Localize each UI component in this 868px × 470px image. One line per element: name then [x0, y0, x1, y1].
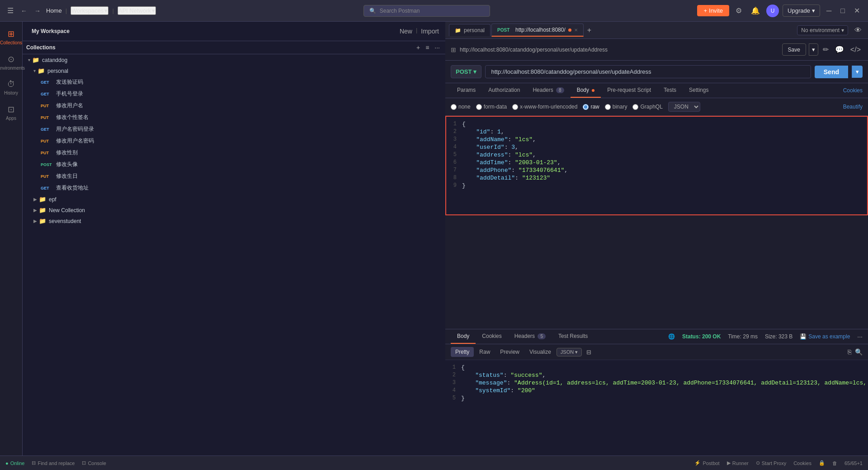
- filter-icon[interactable]: ⊟: [586, 349, 591, 356]
- new-tab-button[interactable]: +: [585, 25, 594, 35]
- console-button[interactable]: ⊡ Console: [82, 460, 106, 466]
- response-more-button[interactable]: ···: [857, 333, 863, 340]
- folder-personal[interactable]: ▾ 📁 personal: [24, 66, 443, 76]
- tab-pre-request[interactable]: Pre-request Script: [601, 83, 657, 98]
- cookies-button[interactable]: Cookies: [793, 461, 811, 466]
- notifications-button[interactable]: 🔔: [748, 5, 763, 17]
- sidebar-item-environments[interactable]: ⊙ Environments: [1, 51, 22, 74]
- invite-button[interactable]: + Invite: [697, 5, 729, 16]
- beautify-button[interactable]: Beautify: [843, 104, 863, 110]
- search-response-button[interactable]: 🔍: [855, 348, 863, 356]
- start-proxy-button[interactable]: ⊙ Start Proxy: [756, 460, 786, 466]
- json-format-badge[interactable]: JSON ▾: [557, 348, 582, 356]
- tab-headers[interactable]: Headers 8: [526, 83, 570, 98]
- tab-personal[interactable]: 📁 personal: [449, 24, 491, 36]
- request-body-code[interactable]: 1{2 "id": 1,3 "addName": "lcs",4 "userId…: [445, 116, 868, 215]
- find-replace-button[interactable]: ⊟ Find and replace: [32, 460, 75, 466]
- edit-button[interactable]: ✏: [821, 43, 830, 56]
- request-item[interactable]: GET 手机号登录: [24, 88, 443, 100]
- tab-body[interactable]: Body: [571, 83, 601, 98]
- send-button[interactable]: Send: [815, 66, 848, 78]
- body-option-graphql[interactable]: GraphQL: [632, 104, 662, 110]
- filter-button[interactable]: ≡: [424, 43, 431, 52]
- request-item[interactable]: PUT 修改个性签名: [24, 112, 443, 123]
- folder-sevenstudent[interactable]: ▶ 📁 sevenstudent: [24, 216, 443, 226]
- forward-button[interactable]: →: [33, 5, 42, 16]
- more-options-button[interactable]: ···: [433, 43, 442, 52]
- code-button[interactable]: </>: [849, 43, 863, 56]
- request-item[interactable]: GET 发送验证码: [24, 76, 443, 88]
- url-input[interactable]: [485, 65, 811, 78]
- response-body-code[interactable]: 1{2 "status": "success",3 "message": "Ad…: [445, 360, 868, 456]
- resp-tab-headers[interactable]: Headers 5: [508, 329, 552, 344]
- topbar: ☰ ← → Home | Workspaces ▾ | API Network …: [0, 0, 868, 22]
- vault-button[interactable]: 🔒: [819, 460, 825, 466]
- resp-format-raw[interactable]: Raw: [475, 347, 495, 357]
- tab-authorization[interactable]: Authorization: [482, 83, 526, 98]
- tab-request[interactable]: POST http://localhost:8080/ ✕: [491, 24, 584, 37]
- request-item[interactable]: GET 查看收货地址: [24, 182, 443, 194]
- collection-catanddog[interactable]: ▾ 📁 catanddog: [24, 55, 443, 65]
- resp-format-pretty[interactable]: Pretty: [451, 347, 474, 357]
- line-number: 4: [446, 144, 462, 150]
- workspace-name: My Workspace: [32, 28, 70, 34]
- folder-epf[interactable]: ▶ 📁 epf: [24, 194, 443, 204]
- maximize-button[interactable]: □: [838, 5, 848, 17]
- add-collection-button[interactable]: +: [415, 43, 422, 52]
- resp-format-preview[interactable]: Preview: [495, 347, 524, 357]
- sidebar-item-collections[interactable]: ⊞ Collections: [1, 25, 22, 49]
- request-item[interactable]: GET 用户名密码登录: [24, 123, 443, 135]
- runner-button[interactable]: ▶ Runner: [727, 460, 749, 466]
- search-bar[interactable]: 🔍 Search Postman: [363, 5, 490, 17]
- method-selector[interactable]: POST ▾: [451, 65, 481, 78]
- import-button[interactable]: Import: [419, 27, 441, 36]
- request-item[interactable]: PUT 修改用户名密码: [24, 135, 443, 147]
- body-format-selector[interactable]: JSON: [668, 102, 700, 112]
- minimize-button[interactable]: ─: [824, 5, 834, 17]
- resp-tab-cookies[interactable]: Cookies: [476, 329, 508, 344]
- body-option-binary[interactable]: binary: [605, 104, 627, 110]
- api-network-button[interactable]: API Network ▾: [118, 6, 156, 15]
- settings-button[interactable]: ⚙: [733, 5, 745, 17]
- save-dropdown-button[interactable]: ▾: [809, 43, 818, 56]
- save-button[interactable]: Save: [782, 43, 806, 56]
- close-tab-button[interactable]: ✕: [574, 28, 578, 33]
- home-link[interactable]: Home: [46, 7, 62, 14]
- request-body-editor: 1{2 "id": 1,3 "addName": "lcs",4 "userId…: [445, 116, 868, 215]
- menu-icon[interactable]: ☰: [5, 5, 15, 17]
- send-dropdown-button[interactable]: ▾: [852, 66, 863, 78]
- comment-button[interactable]: 💬: [833, 43, 846, 56]
- body-option-none[interactable]: none: [451, 104, 471, 110]
- postbot-button[interactable]: ⚡ Postbot: [694, 460, 719, 466]
- resp-tab-test-results[interactable]: Test Results: [552, 329, 594, 344]
- resp-headers-badge: 5: [538, 333, 546, 339]
- sidebar-item-apps[interactable]: ⊡ Apps: [1, 101, 22, 124]
- tab-tests[interactable]: Tests: [657, 83, 683, 98]
- workspaces-button[interactable]: Workspaces ▾: [71, 6, 108, 15]
- request-item[interactable]: PUT 修改用户名: [24, 100, 443, 111]
- body-option-raw[interactable]: raw: [583, 104, 599, 110]
- request-item[interactable]: PUT 修改性别: [24, 147, 443, 158]
- body-option-urlencoded[interactable]: x-www-form-urlencoded: [512, 104, 577, 110]
- folder-new-collection[interactable]: ▶ 📁 New Collection: [24, 205, 443, 215]
- eye-button[interactable]: 👁: [852, 24, 864, 36]
- line-content: "message": "Address(id=1, address=lcs, a…: [461, 380, 868, 386]
- save-example-button[interactable]: 💾 Save as example: [800, 333, 850, 340]
- resp-tab-body[interactable]: Body: [451, 329, 476, 344]
- upgrade-button[interactable]: Upgrade ▾: [783, 5, 820, 17]
- tab-params[interactable]: Params: [451, 83, 482, 98]
- environment-selector[interactable]: No environment ▾: [797, 25, 848, 35]
- cookies-link[interactable]: Cookies: [843, 87, 863, 94]
- close-button[interactable]: ✕: [851, 5, 863, 17]
- tab-settings[interactable]: Settings: [683, 83, 715, 98]
- new-button[interactable]: New: [398, 27, 414, 36]
- resp-format-visualize[interactable]: Visualize: [525, 347, 556, 357]
- sidebar-item-history[interactable]: ⏱ History: [1, 76, 22, 99]
- copy-response-button[interactable]: ⎘: [848, 348, 851, 356]
- request-item[interactable]: POST 修改头像: [24, 159, 443, 170]
- code-line: 5 "address": "lcs",: [446, 151, 867, 159]
- request-item[interactable]: PUT 修改生日: [24, 171, 443, 182]
- trash-button[interactable]: 🗑: [832, 461, 837, 466]
- back-button[interactable]: ←: [19, 5, 29, 16]
- body-option-form-data[interactable]: form-data: [476, 104, 507, 110]
